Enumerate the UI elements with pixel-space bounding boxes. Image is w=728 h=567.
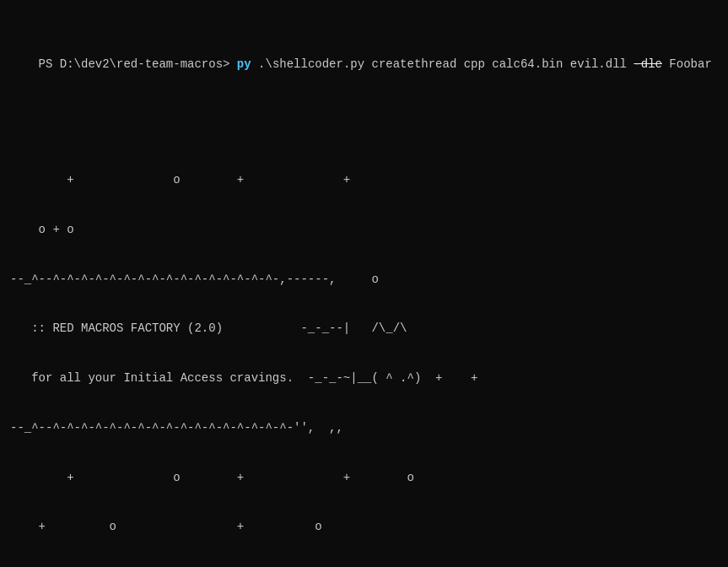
ascii-line8: + o + o	[10, 519, 718, 536]
ascii-line5: for all your Initial Access cravings. -_…	[10, 370, 718, 387]
ascii-line7: + o + + o	[10, 470, 718, 487]
cmd-flag-dle: -dle	[634, 57, 662, 71]
ascii-line6: --_^--^-^-^-^-^-^-^-^-^-^-^-^-^-^-^-^-^-…	[10, 420, 718, 437]
ascii-line1: + o + +	[10, 172, 718, 189]
prompt-line: PS D:\dev2\red-team-macros> py .\shellco…	[10, 40, 718, 89]
cmd-rest: .\shellcoder.py createthread cpp calc64.…	[251, 57, 634, 71]
ascii-art-block: + o + + o + o --_^--^-^-^-^-^-^-^-^-^-^-…	[10, 139, 718, 567]
cmd-py: py	[237, 57, 251, 71]
terminal-window: PS D:\dev2\red-team-macros> py .\shellco…	[10, 7, 718, 567]
prompt-text: PS D:\dev2\red-team-macros>	[39, 57, 237, 71]
ascii-line3: --_^--^-^-^-^-^-^-^-^-^-^-^-^-^-^-^-^-,-…	[10, 272, 718, 289]
cmd-foobar: Foobar	[662, 57, 712, 71]
ascii-line4: :: RED MACROS FACTORY (2.0) -_-_--| /\_/…	[10, 321, 718, 338]
ascii-line2: o + o	[10, 222, 718, 239]
